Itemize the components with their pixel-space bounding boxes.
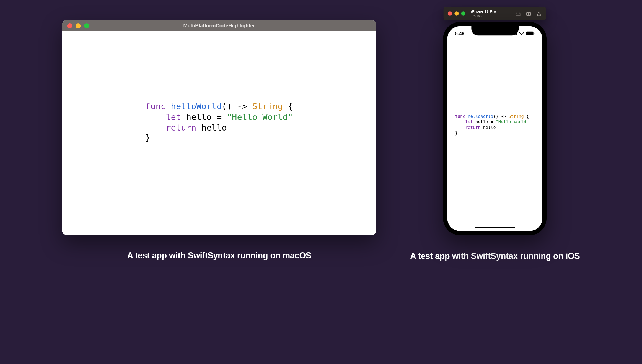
- home-icon[interactable]: [516, 11, 521, 16]
- share-icon[interactable]: [537, 11, 542, 16]
- sim-os-version: iOS 15.0: [471, 14, 516, 17]
- iphone-content: func helloWorld() -> String { let hello …: [447, 26, 542, 231]
- sim-traffic-lights: [448, 11, 466, 15]
- function-name: helloWorld: [468, 114, 493, 118]
- macos-window-body: func helloWorld() -> String { let hello …: [62, 31, 376, 235]
- minimize-icon[interactable]: [76, 23, 81, 28]
- signature-tail: () ->: [493, 114, 508, 118]
- macos-caption: A test app with SwiftSyntax running on m…: [127, 251, 311, 261]
- string-literal: "Hello World": [227, 112, 293, 122]
- string-literal: "Hello World": [496, 119, 529, 124]
- status-time: 5:49: [455, 31, 465, 36]
- sim-meta: iPhone 13 Pro iOS 15.0: [471, 10, 516, 17]
- svg-rect-0: [527, 12, 531, 15]
- simulator-header: iPhone 13 Pro iOS 15.0: [444, 7, 546, 20]
- function-name: helloWorld: [171, 101, 222, 111]
- iphone-screen: 5:49 func helloWorld() -> String { let h…: [447, 26, 542, 231]
- minimize-icon[interactable]: [455, 11, 459, 15]
- code-block-macos: func helloWorld() -> String { let hello …: [146, 101, 293, 143]
- var-assign: hello =: [181, 112, 227, 122]
- macos-window: MultiPlatformCodeHighlighter func helloW…: [62, 20, 376, 235]
- return-type: String: [252, 101, 283, 111]
- fullscreen-icon[interactable]: [84, 23, 89, 28]
- brace-open: {: [524, 114, 529, 118]
- keyword-return: return: [166, 122, 196, 132]
- return-expr: hello: [196, 122, 227, 132]
- ios-column: iPhone 13 Pro iOS 15.0 5:49: [410, 7, 580, 261]
- keyword-let: let: [465, 119, 473, 124]
- close-icon[interactable]: [448, 11, 452, 15]
- sim-toolbar: [516, 11, 542, 16]
- keyword-func: func: [455, 114, 465, 118]
- traffic-lights: [62, 23, 89, 28]
- svg-rect-8: [527, 32, 533, 35]
- brace-close: }: [455, 130, 458, 135]
- svg-rect-9: [534, 33, 535, 34]
- svg-point-1: [528, 13, 529, 14]
- brace-open: {: [283, 101, 293, 111]
- close-icon[interactable]: [67, 23, 72, 28]
- iphone-frame: 5:49 func helloWorld() -> String { let h…: [443, 22, 547, 235]
- stage: MultiPlatformCodeHighlighter func helloW…: [0, 7, 642, 357]
- keyword-return: return: [465, 125, 480, 129]
- battery-icon: [527, 31, 535, 35]
- macos-column: MultiPlatformCodeHighlighter func helloW…: [62, 7, 376, 261]
- wifi-icon: [519, 31, 525, 35]
- code-block-ios: func helloWorld() -> String { let hello …: [455, 113, 529, 135]
- sim-device-name: iPhone 13 Pro: [471, 10, 516, 14]
- iphone-notch: [471, 26, 519, 36]
- ios-caption: A test app with SwiftSyntax running on i…: [410, 251, 580, 261]
- window-title: MultiPlatformCodeHighlighter: [62, 23, 376, 28]
- return-type: String: [509, 114, 524, 118]
- return-expr: hello: [480, 125, 496, 129]
- var-assign: hello =: [473, 119, 496, 124]
- home-indicator[interactable]: [475, 227, 515, 228]
- keyword-let: let: [166, 112, 181, 122]
- screenshot-icon[interactable]: [526, 11, 532, 16]
- keyword-func: func: [146, 101, 166, 111]
- macos-titlebar[interactable]: MultiPlatformCodeHighlighter: [62, 20, 376, 31]
- fullscreen-icon[interactable]: [461, 11, 465, 15]
- signature-tail: () ->: [222, 101, 252, 111]
- brace-close: }: [146, 133, 151, 143]
